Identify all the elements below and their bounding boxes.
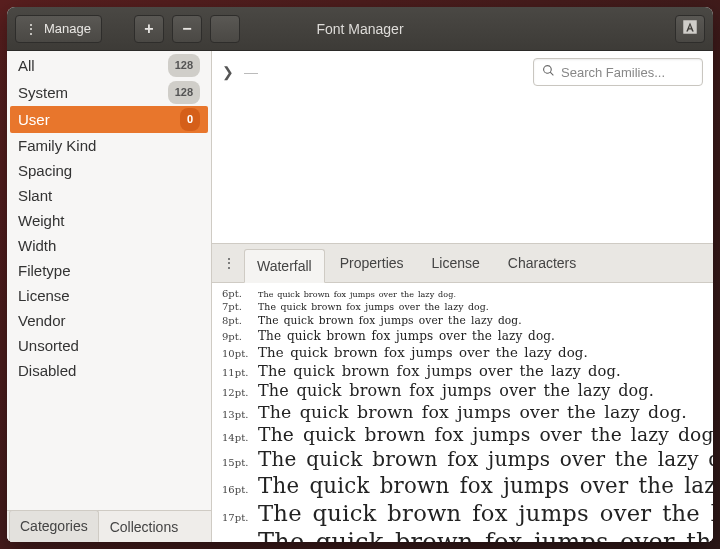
manage-button[interactable]: ⋮ Manage	[15, 15, 102, 43]
waterfall-sample-text: The quick brown fox jumps over the lazy …	[258, 424, 713, 445]
category-item[interactable]: System128	[10, 79, 208, 106]
category-label: Filetype	[18, 260, 71, 281]
waterfall-sample-text: The quick brown fox jumps over the lazy …	[258, 345, 588, 360]
category-label: All	[18, 55, 35, 76]
waterfall-row: 6pt.The quick brown fox jumps over the l…	[212, 287, 713, 300]
waterfall-row: 12pt.The quick brown fox jumps over the …	[212, 380, 713, 401]
sidebar-tabs: CategoriesCollections	[7, 510, 211, 542]
waterfall-row: 9pt.The quick brown fox jumps over the l…	[212, 328, 713, 344]
waterfall-sample-text: The quick brown fox jumps over the lazy …	[258, 301, 489, 312]
category-label: Slant	[18, 185, 52, 206]
category-item[interactable]: Spacing	[10, 158, 208, 183]
grip-icon[interactable]: ⋮	[220, 244, 238, 282]
category-list: All128System128User0Family KindSpacingSl…	[7, 51, 211, 510]
waterfall-sample-text: The quick brown fox jumps over the lazy …	[258, 402, 687, 422]
waterfall-sample-text: The quick brown fox jumps over the lazy …	[258, 362, 621, 379]
breadcrumb-placeholder: —	[244, 64, 258, 80]
category-item[interactable]: Width	[10, 233, 208, 258]
preview-tab[interactable]: Properties	[327, 244, 417, 282]
waterfall-size-label: 12pt.	[222, 387, 258, 398]
search-icon	[542, 63, 555, 81]
category-label: User	[18, 109, 50, 130]
search-input[interactable]	[561, 65, 713, 80]
waterfall-sample-text: The quick brown fox jumps over the lazy …	[258, 329, 555, 343]
minus-icon: −	[182, 20, 191, 38]
sidebar-tab[interactable]: Collections	[99, 511, 189, 542]
category-item[interactable]: Disabled	[10, 358, 208, 383]
category-item[interactable]: Slant	[10, 183, 208, 208]
waterfall-size-label: 7pt.	[222, 301, 258, 312]
category-label: Weight	[18, 210, 64, 231]
search-field[interactable]	[533, 58, 703, 86]
waterfall-row: 13pt.The quick brown fox jumps over the …	[212, 401, 713, 423]
preview-tabbar: ⋮ WaterfallPropertiesLicenseCharacters	[212, 243, 713, 283]
toolbar-group: + −	[134, 15, 240, 43]
category-item[interactable]: Vendor	[10, 308, 208, 333]
waterfall-row: 11pt.The quick brown fox jumps over the …	[212, 361, 713, 380]
window-title: Font Manager	[316, 21, 403, 37]
category-count-badge: 128	[168, 54, 200, 77]
waterfall-size-label: 11pt.	[222, 367, 258, 378]
settings-button[interactable]	[210, 15, 240, 43]
category-label: Disabled	[18, 360, 76, 381]
plus-icon: +	[144, 20, 153, 38]
waterfall-row: 14pt.The quick brown fox jumps over the …	[212, 423, 713, 446]
category-item[interactable]: Filetype	[10, 258, 208, 283]
main-pane: ❯ — ⋮ WaterfallPropertiesLicenseCharacte…	[212, 51, 713, 542]
font-preview-button[interactable]	[675, 15, 705, 43]
waterfall-size-label: 17pt.	[222, 512, 258, 523]
waterfall-sample-text: The quick brown fox jumps over the lazy …	[258, 447, 713, 471]
preview-tab[interactable]: Characters	[495, 244, 589, 282]
remove-button[interactable]: −	[172, 15, 202, 43]
waterfall-row: 16pt.The quick brown fox jumps over the …	[212, 472, 713, 499]
waterfall-row: 18pt.The quick brown fox jumps over the …	[212, 527, 713, 542]
category-label: Vendor	[18, 310, 66, 331]
category-label: Width	[18, 235, 56, 256]
titlebar-right	[675, 15, 705, 43]
waterfall-row: 10pt.The quick brown fox jumps over the …	[212, 344, 713, 361]
waterfall-size-label: 14pt.	[222, 432, 258, 443]
category-item[interactable]: Family Kind	[10, 133, 208, 158]
preview-tab[interactable]: Waterfall	[244, 249, 325, 283]
sidebar: All128System128User0Family KindSpacingSl…	[7, 51, 212, 542]
breadcrumb-expand[interactable]: ❯	[222, 64, 234, 80]
category-count-badge: 0	[180, 108, 200, 131]
browser-bar: ❯ —	[212, 51, 713, 93]
titlebar: ⋮ Manage + − Font Manager	[7, 7, 713, 51]
menu-icon: ⋮	[24, 22, 38, 36]
family-view-empty	[212, 93, 713, 243]
sidebar-tab[interactable]: Categories	[9, 510, 99, 542]
waterfall-row: 17pt.The quick brown fox jumps over the …	[212, 499, 713, 527]
category-label: License	[18, 285, 70, 306]
category-item[interactable]: Unsorted	[10, 333, 208, 358]
waterfall-size-label: 8pt.	[222, 315, 258, 326]
waterfall-size-label: 13pt.	[222, 409, 258, 420]
waterfall-size-label: 18pt.	[222, 541, 258, 542]
waterfall-sample-text: The quick brown fox jumps over the lazy …	[258, 314, 522, 327]
waterfall-size-label: 6pt.	[222, 288, 258, 299]
category-item[interactable]: All128	[10, 52, 208, 79]
category-item[interactable]: User0	[10, 106, 208, 133]
waterfall-sample-text: The quick brown fox jumps over the lazy …	[258, 500, 713, 526]
category-label: Family Kind	[18, 135, 96, 156]
waterfall-row: 8pt.The quick brown fox jumps over the l…	[212, 313, 713, 328]
waterfall-size-label: 9pt.	[222, 331, 258, 342]
preview-tab[interactable]: License	[419, 244, 493, 282]
category-item[interactable]: License	[10, 283, 208, 308]
app-window: ⋮ Manage + − Font Manager	[7, 7, 713, 542]
waterfall-view: 6pt.The quick brown fox jumps over the l…	[212, 283, 713, 542]
category-count-badge: 128	[168, 81, 200, 104]
waterfall-row: 15pt.The quick brown fox jumps over the …	[212, 446, 713, 472]
category-label: System	[18, 82, 68, 103]
add-button[interactable]: +	[134, 15, 164, 43]
category-item[interactable]: Weight	[10, 208, 208, 233]
waterfall-sample-text: The quick brown fox jumps over the lazy …	[258, 290, 456, 299]
waterfall-size-label: 15pt.	[222, 457, 258, 468]
waterfall-size-label: 16pt.	[222, 484, 258, 495]
waterfall-sample-text: The quick brown fox jumps over the lazy …	[258, 381, 654, 400]
waterfall-sample-text: The quick brown fox jumps over the lazy …	[258, 473, 713, 498]
category-label: Unsorted	[18, 335, 79, 356]
font-a-icon	[681, 18, 699, 40]
waterfall-sample-text: The quick brown fox jumps over the lazy …	[258, 528, 713, 542]
category-label: Spacing	[18, 160, 72, 181]
